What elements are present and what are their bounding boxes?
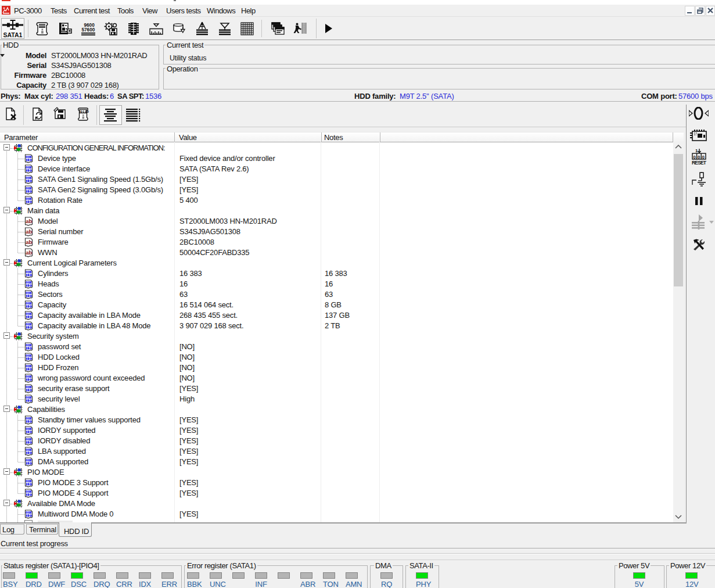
svg-text:0110: 0110 <box>80 110 89 114</box>
svg-text:ab: ab <box>26 228 32 235</box>
svg-text:ab: ab <box>26 218 32 224</box>
svg-text:RESET: RESET <box>692 160 707 165</box>
svg-text:0: 0 <box>698 155 700 160</box>
svg-text:0: 0 <box>694 155 696 160</box>
svg-text:0: 0 <box>702 155 705 160</box>
svg-text:ab: ab <box>26 249 32 256</box>
svg-text:ab: ab <box>26 239 32 245</box>
svg-text:57600: 57600 <box>82 27 95 33</box>
svg-text:1: 1 <box>695 148 698 153</box>
